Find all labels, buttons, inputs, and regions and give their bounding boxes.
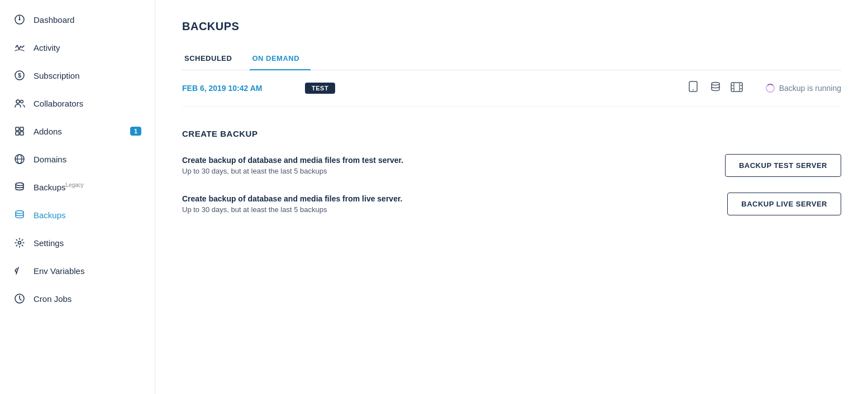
main-content: BACKUPS SCHEDULED ON DEMAND FEB 6, 2019 … [155, 0, 868, 394]
svg-rect-7 [20, 127, 23, 131]
svg-point-15 [18, 242, 21, 244]
backup-test-sub-text: Up to 30 days, but at least the last 5 b… [182, 167, 403, 175]
sidebar-item-backups-legacy[interactable]: BackupsLegacy [0, 173, 155, 201]
sidebar-item-activity[interactable]: Activity [0, 33, 155, 61]
svg-text:$: $ [18, 73, 21, 79]
dashboard-icon [13, 13, 26, 26]
create-backup-section: CREATE BACKUP Create backup of database … [182, 129, 841, 215]
sidebar-item-collaborators-label: Collaborators [34, 99, 141, 108]
cron-icon [13, 292, 26, 305]
addons-icon [13, 125, 26, 137]
collaborators-icon [13, 97, 26, 109]
svg-rect-9 [20, 132, 23, 135]
activity-icon [13, 41, 26, 54]
tabs-bar: SCHEDULED ON DEMAND [182, 49, 841, 70]
env-icon [13, 265, 26, 277]
sidebar-item-cron-label: Cron Jobs [34, 294, 141, 304]
svg-point-13 [16, 183, 23, 186]
svg-point-19 [693, 89, 694, 90]
sidebar-item-subscription[interactable]: $ Subscription [0, 61, 155, 89]
sidebar-item-backups-active-label: Backups [34, 210, 141, 220]
backup-live-sub-text: Up to 30 days, but at least the last 5 b… [182, 205, 403, 214]
addons-badge: 1 [130, 127, 141, 136]
backup-option-test: Create backup of database and media file… [182, 154, 841, 177]
settings-icon [13, 237, 26, 249]
sidebar-item-addons-label: Addons [34, 127, 122, 136]
backup-status-text: Backup is running [779, 84, 841, 93]
sidebar-item-domains-label: Domains [34, 155, 141, 164]
backup-row: FEB 6, 2019 10:42 AM TEST [182, 70, 841, 107]
sidebar-item-domains[interactable]: Domains [0, 145, 155, 173]
sidebar-item-subscription-label: Subscription [34, 71, 141, 80]
svg-rect-6 [16, 127, 19, 131]
page-title: BACKUPS [182, 20, 841, 33]
database-icon [709, 80, 722, 96]
sidebar-item-cron-jobs[interactable]: Cron Jobs [0, 285, 155, 313]
backup-tag: TEST [305, 83, 335, 94]
tab-on-demand[interactable]: ON DEMAND [250, 49, 311, 70]
svg-point-14 [16, 211, 23, 214]
svg-rect-8 [16, 132, 19, 135]
subscription-icon: $ [13, 69, 26, 81]
backup-option-live: Create backup of database and media file… [182, 193, 841, 215]
spinner-icon [766, 84, 775, 93]
media-icon [730, 80, 743, 96]
sidebar-item-dashboard[interactable]: Dashboard [0, 6, 155, 33]
backup-date: FEB 6, 2019 10:42 AM [182, 84, 294, 93]
create-backup-title: CREATE BACKUP [182, 129, 841, 138]
sidebar-item-backups[interactable]: Backups [0, 201, 155, 229]
backup-live-server-button[interactable]: BACKUP LIVE SERVER [727, 193, 841, 215]
sidebar-item-activity-label: Activity [34, 43, 141, 52]
tab-scheduled[interactable]: SCHEDULED [182, 49, 243, 70]
backup-live-main-text: Create backup of database and media file… [182, 194, 403, 203]
device-icon [688, 80, 701, 96]
backup-icons [688, 80, 743, 96]
sidebar-item-collaborators[interactable]: Collaborators [0, 89, 155, 117]
content-area: BACKUPS SCHEDULED ON DEMAND FEB 6, 2019 … [155, 0, 868, 394]
sidebar: Dashboard Activity $ Subscription [0, 0, 155, 394]
backup-option-live-text: Create backup of database and media file… [182, 194, 403, 214]
backup-option-test-text: Create backup of database and media file… [182, 156, 403, 175]
backup-status: Backup is running [766, 84, 841, 93]
sidebar-item-dashboard-label: Dashboard [34, 15, 141, 25]
backups-icon [13, 209, 26, 221]
sidebar-item-addons[interactable]: Addons 1 [0, 117, 155, 145]
svg-point-5 [21, 100, 23, 103]
sidebar-item-settings[interactable]: Settings [0, 229, 155, 257]
svg-point-4 [16, 100, 20, 103]
svg-point-1 [19, 19, 21, 21]
sidebar-item-env-label: Env Variables [34, 266, 141, 276]
backup-test-main-text: Create backup of database and media file… [182, 156, 403, 165]
sidebar-item-env-variables[interactable]: Env Variables [0, 257, 155, 285]
backups-legacy-icon [13, 181, 26, 193]
sidebar-item-backups-legacy-label: BackupsLegacy [34, 182, 141, 192]
sidebar-item-settings-label: Settings [34, 238, 141, 248]
backup-test-server-button[interactable]: BACKUP TEST SERVER [725, 154, 841, 177]
domains-icon [13, 153, 26, 165]
svg-point-20 [712, 83, 719, 85]
svg-rect-21 [731, 83, 742, 92]
